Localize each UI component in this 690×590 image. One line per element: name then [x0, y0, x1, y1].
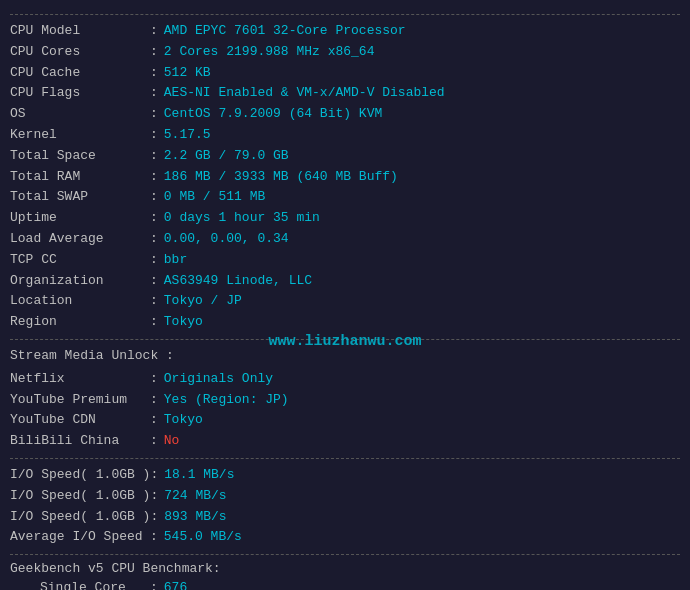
row-label: Total RAM	[10, 167, 150, 188]
table-row: I/O Speed( 1.0GB ): 893 MB/s	[10, 507, 680, 528]
table-row: Kernel: 5.17.5	[10, 125, 680, 146]
table-row: I/O Speed( 1.0GB ): 724 MB/s	[10, 486, 680, 507]
row-value: Tokyo	[164, 312, 203, 333]
row-label: CPU Cache	[10, 63, 150, 84]
row-colon: :	[150, 21, 158, 42]
row-value: Tokyo / JP	[164, 291, 242, 312]
row-colon: :	[150, 187, 158, 208]
row-value: AS63949 Linode, LLC	[164, 271, 312, 292]
row-colon: :	[150, 312, 158, 333]
row-value: 893 MB/s	[164, 507, 226, 528]
row-value: Originals Only	[164, 369, 273, 390]
table-row: CPU Model: AMD EPYC 7601 32-Core Process…	[10, 21, 680, 42]
row-label: CPU Model	[10, 21, 150, 42]
table-row: Location: Tokyo / JP	[10, 291, 680, 312]
table-row: CPU Cache: 512 KB	[10, 63, 680, 84]
row-label: I/O Speed( 1.0GB )	[10, 486, 150, 507]
table-row: CPU Flags: AES-NI Enabled & VM-x/AMD-V D…	[10, 83, 680, 104]
row-value: No	[164, 431, 180, 452]
row-value: 0 days 1 hour 35 min	[164, 208, 320, 229]
row-value: CentOS 7.9.2009 (64 Bit) KVM	[164, 104, 382, 125]
table-row: Region: Tokyo	[10, 312, 680, 333]
row-label: YouTube Premium	[10, 390, 150, 411]
table-row: Netflix: Originals Only	[10, 369, 680, 390]
top-divider	[10, 14, 680, 15]
row-label: Average I/O Speed	[10, 527, 150, 548]
row-value: 2 Cores 2199.988 MHz x86_64	[164, 42, 375, 63]
stream-section: Stream Media Unlock : Netflix: Originals…	[10, 346, 680, 452]
table-row: Average I/O Speed: 545.0 MB/s	[10, 527, 680, 548]
divider-2	[10, 339, 680, 340]
row-label: YouTube CDN	[10, 410, 150, 431]
row-label: Kernel	[10, 125, 150, 146]
table-row: Total SWAP: 0 MB / 511 MB	[10, 187, 680, 208]
row-label: TCP CC	[10, 250, 150, 271]
row-label: Total SWAP	[10, 187, 150, 208]
table-row: YouTube Premium: Yes (Region: JP)	[10, 390, 680, 411]
row-label: I/O Speed( 1.0GB )	[10, 507, 150, 528]
row-label: Location	[10, 291, 150, 312]
geekbench-rows: Single Core: 676Multi Core: 886	[10, 578, 680, 590]
row-label: I/O Speed( 1.0GB )	[10, 465, 150, 486]
row-label: CPU Flags	[10, 83, 150, 104]
row-value: 186 MB / 3933 MB (640 MB Buff)	[164, 167, 398, 188]
table-row: Load Average: 0.00, 0.00, 0.34	[10, 229, 680, 250]
row-value: 0.00, 0.00, 0.34	[164, 229, 289, 250]
row-colon: :	[150, 271, 158, 292]
row-label: CPU Cores	[10, 42, 150, 63]
table-row: CPU Cores: 2 Cores 2199.988 MHz x86_64	[10, 42, 680, 63]
row-value: 676	[164, 578, 187, 590]
row-colon: :	[150, 431, 158, 452]
geekbench-section: Geekbench v5 CPU Benchmark: Single Core:…	[10, 561, 680, 590]
row-colon: :	[150, 291, 158, 312]
row-label: Total Space	[10, 146, 150, 167]
row-colon: :	[150, 465, 158, 486]
row-label: Load Average	[10, 229, 150, 250]
row-colon: :	[150, 250, 158, 271]
row-label: Netflix	[10, 369, 150, 390]
row-colon: :	[150, 42, 158, 63]
stream-rows: Netflix: Originals OnlyYouTube Premium: …	[10, 369, 680, 452]
system-rows: CPU Model: AMD EPYC 7601 32-Core Process…	[10, 21, 680, 333]
row-colon: :	[150, 527, 158, 548]
row-colon: :	[150, 83, 158, 104]
row-value: 2.2 GB / 79.0 GB	[164, 146, 289, 167]
row-colon: :	[150, 410, 158, 431]
row-value: bbr	[164, 250, 187, 271]
geekbench-header-text: Geekbench v5 CPU Benchmark:	[10, 561, 221, 576]
table-row: Uptime: 0 days 1 hour 35 min	[10, 208, 680, 229]
row-colon: :	[150, 507, 158, 528]
row-colon: :	[150, 63, 158, 84]
row-colon: :	[150, 104, 158, 125]
row-value: 5.17.5	[164, 125, 211, 146]
row-label: Region	[10, 312, 150, 333]
row-label: Single Core	[10, 578, 150, 590]
table-row: Total Space: 2.2 GB / 79.0 GB	[10, 146, 680, 167]
table-row: Single Core: 676	[10, 578, 680, 590]
table-row: YouTube CDN: Tokyo	[10, 410, 680, 431]
row-label: Uptime	[10, 208, 150, 229]
row-colon: :	[150, 125, 158, 146]
row-value: Tokyo	[164, 410, 203, 431]
row-colon: :	[150, 390, 158, 411]
geekbench-header: Geekbench v5 CPU Benchmark:	[10, 561, 680, 576]
row-label: BiliBili China	[10, 431, 150, 452]
row-value: 18.1 MB/s	[164, 465, 234, 486]
io-rows: I/O Speed( 1.0GB ): 18.1 MB/sI/O Speed( …	[10, 465, 680, 548]
row-label: Organization	[10, 271, 150, 292]
table-row: I/O Speed( 1.0GB ): 18.1 MB/s	[10, 465, 680, 486]
row-label: OS	[10, 104, 150, 125]
stream-header-text: Stream Media Unlock :	[10, 346, 174, 367]
stream-header: Stream Media Unlock :	[10, 346, 680, 367]
table-row: BiliBili China: No	[10, 431, 680, 452]
row-colon: :	[150, 208, 158, 229]
row-colon: :	[150, 578, 158, 590]
system-section: CPU Model: AMD EPYC 7601 32-Core Process…	[10, 14, 680, 333]
row-value: 0 MB / 511 MB	[164, 187, 265, 208]
row-colon: :	[150, 229, 158, 250]
row-colon: :	[150, 167, 158, 188]
row-value: 512 KB	[164, 63, 211, 84]
row-value: Yes (Region: JP)	[164, 390, 289, 411]
row-value: AES-NI Enabled & VM-x/AMD-V Disabled	[164, 83, 445, 104]
divider-3	[10, 458, 680, 459]
